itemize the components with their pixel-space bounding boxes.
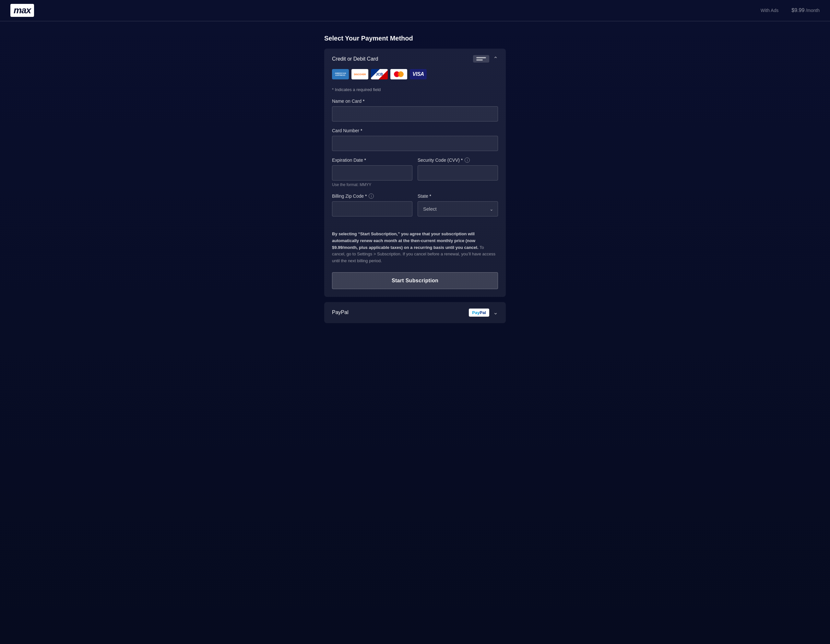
- visa-logo: VISA: [410, 69, 427, 79]
- billing-zip-info-icon[interactable]: i: [369, 193, 374, 199]
- plan-price: $9.99 /month: [791, 8, 820, 13]
- credit-debit-card-label: Credit or Debit Card: [332, 56, 378, 62]
- top-bar: max With Ads $9.99 /month: [0, 0, 830, 21]
- card-number-input[interactable]: [332, 136, 498, 151]
- card-number-label: Card Number *: [332, 128, 498, 133]
- legal-text-bold: By selecting “Start Subscription,” you a…: [332, 231, 478, 250]
- name-on-card-label: Name on Card *: [332, 98, 498, 104]
- expiration-date-input[interactable]: [332, 165, 412, 180]
- paypal-label: PayPal: [332, 310, 348, 315]
- discover-logo: DISCOVER: [352, 69, 368, 79]
- card-stripe-2: [476, 59, 483, 61]
- card-number-group: Card Number *: [332, 128, 498, 151]
- security-code-label: Security Code (CVV) *: [418, 158, 463, 163]
- app-logo: max: [10, 4, 34, 17]
- credit-debit-card-panel: Credit or Debit Card ⌃ AMERICAN E: [324, 49, 506, 297]
- zip-state-row: Billing Zip Code * i State * Select: [332, 193, 498, 223]
- chevron-down-icon[interactable]: ⌄: [493, 309, 498, 316]
- credit-debit-card-header[interactable]: Credit or Debit Card ⌃: [324, 49, 506, 69]
- billing-zip-input[interactable]: [332, 201, 412, 217]
- security-code-info-icon[interactable]: i: [465, 158, 470, 163]
- paypal-logo-pay: Pay: [472, 310, 480, 315]
- main-content: Select Your Payment Method Credit or Deb…: [318, 22, 512, 343]
- billing-zip-label-row: Billing Zip Code * i: [332, 193, 412, 199]
- security-code-group: Security Code (CVV) * i: [418, 158, 498, 187]
- billing-zip-label: Billing Zip Code *: [332, 193, 367, 199]
- state-label: State *: [418, 193, 498, 199]
- page-section-title: Select Your Payment Method: [324, 35, 506, 42]
- state-select[interactable]: Select Alabama Alaska Arizona California…: [418, 201, 498, 217]
- expiry-cvv-row: Expiration Date * Use the format: MMYY S…: [332, 158, 498, 193]
- jcb-logo: JCB: [371, 69, 388, 79]
- expiration-date-group: Expiration Date * Use the format: MMYY: [332, 158, 412, 187]
- mastercard-logo: [390, 69, 407, 79]
- paypal-panel: PayPal Pay Pal ⌄: [324, 302, 506, 323]
- expiration-date-hint: Use the format: MMYY: [332, 182, 412, 187]
- plan-name: With Ads: [760, 8, 778, 13]
- paypal-logo-pal: Pal: [480, 310, 486, 315]
- name-on-card-group: Name on Card *: [332, 98, 498, 122]
- legal-text: By selecting “Start Subscription,” you a…: [332, 231, 498, 264]
- name-on-card-input[interactable]: [332, 106, 498, 122]
- amex-logo: AMERICAN EXPRESS: [332, 69, 349, 79]
- card-stripe-1: [476, 57, 486, 59]
- chevron-up-icon[interactable]: ⌃: [493, 55, 498, 63]
- expiration-date-label: Expiration Date *: [332, 158, 412, 163]
- state-group: State * Select Alabama Alaska Arizona Ca…: [418, 193, 498, 217]
- credit-card-icon: [473, 55, 489, 63]
- card-logos: AMERICAN EXPRESS DISCOVER JCB: [332, 69, 498, 79]
- security-code-label-row: Security Code (CVV) * i: [418, 158, 498, 163]
- credit-debit-card-header-left: Credit or Debit Card: [332, 56, 378, 62]
- security-code-input[interactable]: [418, 165, 498, 180]
- plan-info: With Ads $9.99 /month: [760, 8, 820, 13]
- billing-zip-group: Billing Zip Code * i: [332, 193, 412, 217]
- required-note: * Indicates a required field: [332, 87, 498, 92]
- state-select-wrapper: Select Alabama Alaska Arizona California…: [418, 201, 498, 217]
- paypal-logo-badge: Pay Pal: [469, 309, 489, 316]
- start-subscription-button[interactable]: Start Subscription: [332, 272, 498, 289]
- paypal-header[interactable]: PayPal Pay Pal ⌄: [324, 302, 506, 323]
- credit-debit-card-body: AMERICAN EXPRESS DISCOVER JCB: [324, 69, 506, 297]
